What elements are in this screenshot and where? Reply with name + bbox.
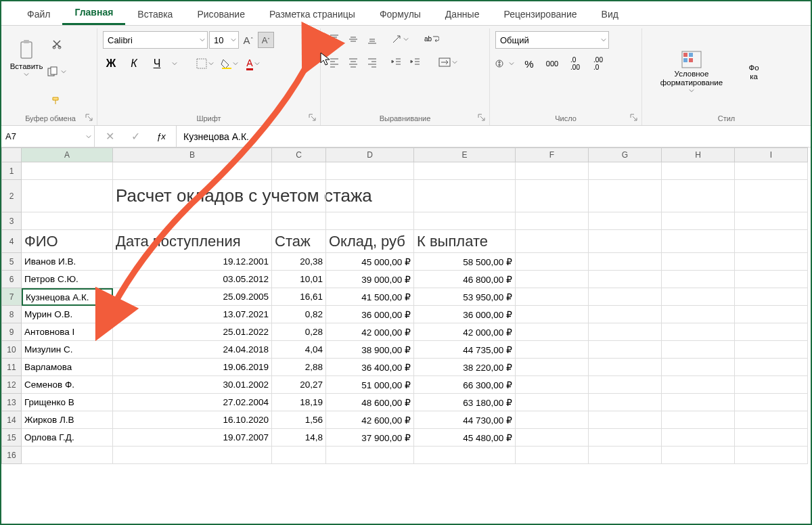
cell-E6[interactable]: 46 800,00 ₽ [414,271,516,288]
cell-A11[interactable]: Варламова [22,359,113,376]
cell-E11[interactable]: 38 220,00 ₽ [414,359,516,376]
cell-D8[interactable]: 36 000,00 ₽ [326,306,414,323]
align-bottom-button[interactable] [364,31,380,47]
row-header-5[interactable]: 5 [1,253,22,271]
row-header-9[interactable]: 9 [1,323,22,341]
cell-D10[interactable]: 38 900,00 ₽ [326,341,414,359]
row-header-14[interactable]: 14 [1,411,22,429]
spreadsheet-grid[interactable]: A B C D E F G H I 1 2Расчет окладов с уч… [1,147,811,464]
align-left-button[interactable] [326,54,342,70]
cell-A13[interactable]: Грищенко В [22,394,113,411]
cell-A15[interactable]: Орлова Г.Д. [22,429,113,447]
cell-A7[interactable]: Кузнецова А.К. [22,288,113,306]
cell-E15[interactable]: 45 480,00 ₽ [414,429,516,447]
row-header-10[interactable]: 10 [1,341,22,359]
cell-C5[interactable]: 20,38 [272,253,326,271]
tab-formulas[interactable]: Формулы [367,3,433,25]
header-stazh[interactable]: Стаж [272,230,326,253]
row-header-2[interactable]: 2 [1,180,22,212]
cell-C13[interactable]: 18,19 [272,394,326,411]
cell-D5[interactable]: 45 000,00 ₽ [326,253,414,271]
col-header-H[interactable]: H [662,147,735,162]
number-dialog-launcher[interactable] [629,113,639,122]
cell-A5[interactable]: Иванов И.В. [22,253,113,271]
tab-layout[interactable]: Разметка страницы [257,3,367,25]
fill-color-button[interactable] [221,55,238,72]
cell-C10[interactable]: 4,04 [272,341,326,359]
tab-file[interactable]: Файл [15,3,62,25]
bold-button[interactable]: Ж [103,55,119,72]
tab-draw[interactable]: Рисование [185,3,257,25]
comma-format-button[interactable]: 000 [544,55,560,72]
percent-format-button[interactable]: % [521,55,537,72]
align-middle-button[interactable] [345,31,361,47]
increase-decimal-button[interactable]: .0.00 [567,55,583,72]
col-header-D[interactable]: D [326,147,414,162]
header-date[interactable]: Дата поступления [113,230,272,253]
cell-B7[interactable]: 25.09.2005 [113,288,272,306]
cell-D7[interactable]: 41 500,00 ₽ [326,288,414,306]
row-header-6[interactable]: 6 [1,271,22,288]
fx-button[interactable]: ƒx [153,129,169,145]
cell-E9[interactable]: 42 000,00 ₽ [414,323,516,341]
alignment-dialog-launcher[interactable] [477,113,487,122]
tab-data[interactable]: Данные [433,3,492,25]
decrease-indent-button[interactable] [388,54,405,70]
align-right-button[interactable] [364,54,380,70]
header-vyplata[interactable]: К выплате [414,230,516,253]
cell-D9[interactable]: 42 000,00 ₽ [326,323,414,341]
col-header-A[interactable]: A [22,147,113,162]
cell-C7[interactable]: 16,61 [272,288,326,306]
cell-C11[interactable]: 2,88 [272,359,326,376]
tab-insert[interactable]: Вставка [125,3,185,25]
cell-D13[interactable]: 48 600,00 ₽ [326,394,414,411]
align-top-button[interactable] [326,31,342,47]
clipboard-dialog-launcher[interactable] [85,113,94,122]
cell-D14[interactable]: 42 600,00 ₽ [326,411,414,429]
select-all-corner[interactable] [1,147,22,162]
row-header-15[interactable]: 15 [1,429,22,447]
cell-E8[interactable]: 36 000,00 ₽ [414,306,516,323]
row-header-4[interactable]: 4 [1,230,22,253]
accept-edit-button[interactable]: ✓ [127,129,143,145]
orientation-button[interactable] [391,31,409,47]
cell-C9[interactable]: 0,28 [272,323,326,341]
row-header-16[interactable]: 16 [1,447,22,464]
format-table-button[interactable]: Фо ка [744,45,764,99]
cell-A10[interactable]: Мизулин С. [22,341,113,359]
tab-home[interactable]: Главная [62,1,125,25]
decrease-font-button[interactable]: A˅ [258,32,274,48]
cell-D15[interactable]: 37 900,00 ₽ [326,429,414,447]
header-fio[interactable]: ФИО [22,230,113,253]
cell-B14[interactable]: 16.10.2020 [113,411,272,429]
row-header-7[interactable]: 7 [1,288,22,306]
cell-B6[interactable]: 03.05.2012 [113,271,272,288]
cell-B11[interactable]: 19.06.2019 [113,359,272,376]
col-header-B[interactable]: B [113,147,272,162]
cell-B10[interactable]: 24.04.2018 [113,341,272,359]
cell-B5[interactable]: 19.12.2001 [113,253,272,271]
cell-E5[interactable]: 58 500,00 ₽ [414,253,516,271]
increase-indent-button[interactable] [407,54,424,70]
number-format-combo[interactable] [495,31,609,49]
cell-A8[interactable]: Мурин О.В. [22,306,113,323]
row-header-11[interactable]: 11 [1,359,22,376]
cell-D6[interactable]: 39 000,00 ₽ [326,271,414,288]
cell-E14[interactable]: 44 730,00 ₽ [414,411,516,429]
cancel-edit-button[interactable]: ✕ [102,129,118,145]
row-header-3[interactable]: 3 [1,212,22,230]
cell-C8[interactable]: 0,82 [272,306,326,323]
cell-C12[interactable]: 20,27 [272,376,326,394]
borders-button[interactable] [196,55,214,72]
font-size-combo[interactable] [209,31,239,49]
row-header-1[interactable]: 1 [1,162,22,180]
paste-button[interactable]: Вставить [9,31,43,85]
cell-B12[interactable]: 30.01.2002 [113,376,272,394]
italic-button[interactable]: К [126,55,142,72]
cell-A14[interactable]: Жирков Л.В [22,411,113,429]
cell-A12[interactable]: Семенов Ф. [22,376,113,394]
tab-view[interactable]: Вид [589,3,631,25]
cell-B9[interactable]: 25.01.2022 [113,323,272,341]
decrease-decimal-button[interactable]: .00.0 [590,55,606,72]
cell-D11[interactable]: 36 400,00 ₽ [326,359,414,376]
